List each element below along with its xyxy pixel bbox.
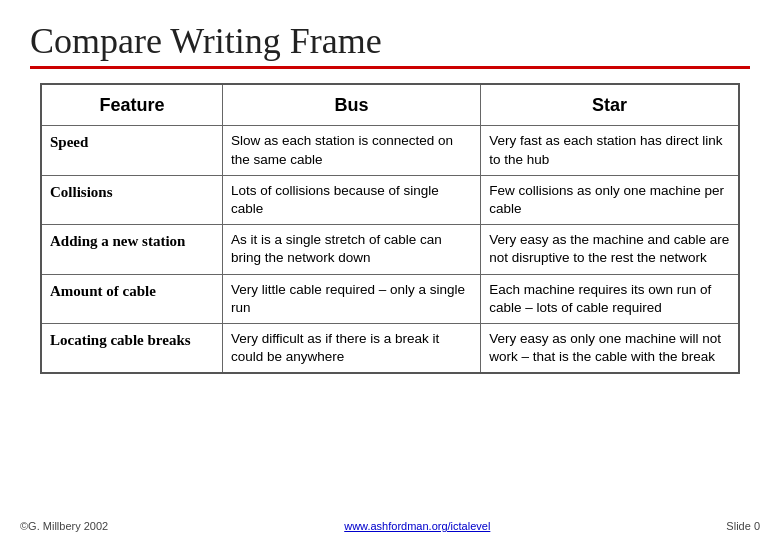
slide: Compare Writing Frame Feature Bus Star S…	[0, 0, 780, 540]
col-star: Star	[481, 84, 739, 126]
table-row: Locating cable breaksVery difficult as i…	[41, 324, 739, 374]
table-row: CollisionsLots of collisions because of …	[41, 175, 739, 224]
cell-feature-2: Adding a new station	[41, 225, 222, 274]
table-row: Amount of cableVery little cable require…	[41, 274, 739, 323]
cell-star-2: Very easy as the machine and cable are n…	[481, 225, 739, 274]
cell-star-0: Very fast as each station has direct lin…	[481, 126, 739, 175]
slide-number: Slide 0	[726, 520, 760, 532]
title-underline	[30, 66, 750, 69]
col-bus: Bus	[222, 84, 480, 126]
cell-feature-4: Locating cable breaks	[41, 324, 222, 374]
cell-star-3: Each machine requires its own run of cab…	[481, 274, 739, 323]
footer-link[interactable]: www.ashfordman.org/ictalevel	[344, 520, 490, 532]
copyright: ©G. Millbery 2002	[20, 520, 108, 532]
cell-bus-3: Very little cable required – only a sing…	[222, 274, 480, 323]
table-row: Adding a new stationAs it is a single st…	[41, 225, 739, 274]
cell-bus-0: Slow as each station is connected on the…	[222, 126, 480, 175]
table-row: SpeedSlow as each station is connected o…	[41, 126, 739, 175]
cell-feature-3: Amount of cable	[41, 274, 222, 323]
cell-star-1: Few collisions as only one machine per c…	[481, 175, 739, 224]
cell-bus-2: As it is a single stretch of cable can b…	[222, 225, 480, 274]
cell-star-4: Very easy as only one machine will not w…	[481, 324, 739, 374]
cell-bus-1: Lots of collisions because of single cab…	[222, 175, 480, 224]
table-wrapper: Feature Bus Star SpeedSlow as each stati…	[40, 83, 740, 374]
page-title: Compare Writing Frame	[30, 20, 750, 62]
cell-feature-0: Speed	[41, 126, 222, 175]
cell-bus-4: Very difficult as if there is a break it…	[222, 324, 480, 374]
table-header-row: Feature Bus Star	[41, 84, 739, 126]
comparison-table: Feature Bus Star SpeedSlow as each stati…	[40, 83, 740, 374]
col-feature: Feature	[41, 84, 222, 126]
footer: ©G. Millbery 2002 www.ashfordman.org/ict…	[20, 520, 760, 532]
cell-feature-1: Collisions	[41, 175, 222, 224]
